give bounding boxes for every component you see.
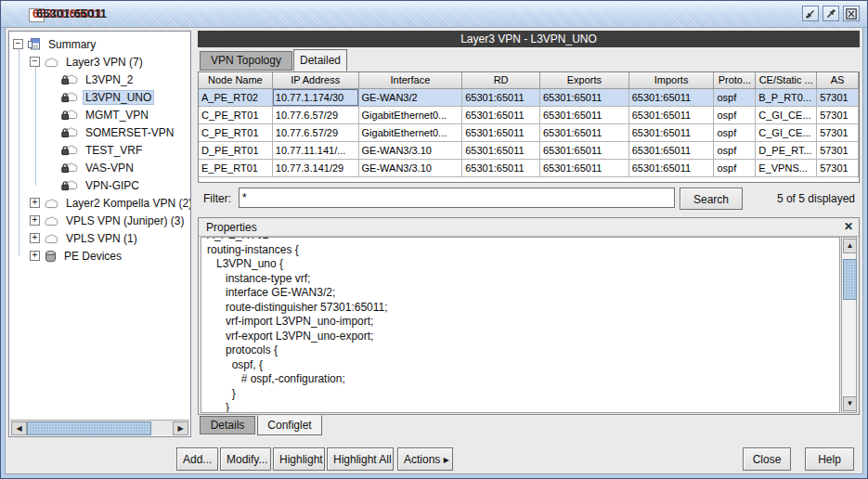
cell-imports: 65301:65011 <box>629 160 715 177</box>
tree-item-layer3-vpn-7[interactable]: −Layer3 VPN (7) <box>9 53 146 71</box>
lock-cloud-icon <box>60 179 79 191</box>
scroll-left-icon[interactable]: ◀ <box>11 421 27 435</box>
tab-configlet[interactable]: Configlet <box>257 415 322 435</box>
cell-as: 57301 <box>817 124 859 142</box>
tree-item-test-vrf[interactable]: TEST_VRF <box>9 141 145 159</box>
tree-item-layer2-kompella-vpn-2[interactable]: +Layer2 Kompella VPN (2) <box>9 194 191 212</box>
tree-horizontal-scrollbar[interactable]: ◀ ▶ <box>10 420 189 435</box>
tree-item-label[interactable]: Layer3 VPN (7) <box>63 55 146 70</box>
tree-item-vpn-gipc[interactable]: VPN-GIPC <box>9 176 142 194</box>
tree-item-label[interactable]: Summary <box>45 37 98 52</box>
scroll-up-icon[interactable]: ▲ <box>843 239 857 253</box>
collapse-icon[interactable]: − <box>13 39 23 49</box>
tree-item-label[interactable]: VPN-GIPC <box>83 178 142 193</box>
tab-detailed[interactable]: Detailed <box>293 49 347 71</box>
scroll-right-icon[interactable]: ▶ <box>173 421 188 435</box>
filter-status: 5 of 5 displayed <box>749 192 855 205</box>
cell-imports: 65301:65011 <box>629 107 715 124</box>
tree-item-mgmt-vpn[interactable]: MGMT_VPN <box>9 106 151 123</box>
properties-scrollbar-thumb[interactable] <box>843 259 857 300</box>
column-header-ip-address[interactable]: IP Address <box>273 72 359 89</box>
panel-header: Layer3 VPN - L3VPN_UNO <box>198 31 860 47</box>
cell-rd: 65301:65011 <box>462 107 540 124</box>
window-controls <box>802 6 860 21</box>
app-window: 65301/65011 65301:65011 ◀ ▶ −Summary−Lay… <box>0 0 868 479</box>
cell-ip-address: 10.77.6.57/29 <box>273 107 359 124</box>
expand-icon[interactable]: + <box>30 251 40 261</box>
column-header-interface[interactable]: Interface <box>359 72 463 89</box>
window-titlebar[interactable]: 65301/65011 65301:65011 <box>1 1 867 28</box>
table-row-e-pe-rt01-4[interactable]: E_PE_RT0110.77.3.141/29GE-WAN3/3.1065301… <box>199 160 859 177</box>
tree-item-vas-vpn[interactable]: VAS-VPN <box>9 159 136 176</box>
scroll-down-icon[interactable]: ▼ <box>843 396 857 411</box>
expand-icon[interactable]: + <box>30 198 40 208</box>
cell-proto: ospf <box>714 124 756 142</box>
tree-item-label[interactable]: VAS-VPN <box>83 161 136 175</box>
column-header-imports[interactable]: Imports <box>629 72 715 89</box>
tree-item-label[interactable]: L3VPN_UNO <box>83 90 154 105</box>
collapse-icon[interactable]: − <box>30 57 40 67</box>
actions-button[interactable]: Actions ▸ <box>397 447 453 471</box>
search-button[interactable]: Search <box>680 188 743 210</box>
column-header-exports[interactable]: Exports <box>540 72 629 89</box>
tree-item-label[interactable]: PE Devices <box>61 249 124 264</box>
cell-exports: 65301:65011 <box>540 89 629 107</box>
table-row-d-pe-rt01-3[interactable]: D_PE_RT0110.77.11.141/...GE-WAN3/3.10653… <box>199 142 859 160</box>
close-button[interactable]: Close <box>743 447 791 471</box>
tree-item-label[interactable]: VPLS VPN (1) <box>63 231 140 246</box>
cell-proto: ospf <box>714 107 756 124</box>
column-header-as[interactable]: AS <box>817 72 859 89</box>
column-header-proto[interactable]: Proto... <box>714 72 756 89</box>
cell-exports: 65301:65011 <box>540 142 629 160</box>
highlight-all-button[interactable]: Highlight All <box>327 447 394 471</box>
cell-ip-address: 10.77.3.141/29 <box>273 160 359 177</box>
tree-item-l3vpn-uno[interactable]: L3VPN_UNO <box>9 88 154 106</box>
database-icon <box>44 250 58 263</box>
vpn-tree[interactable]: ◀ ▶ −Summary−Layer3 VPN (7)L3VPN_2L3VPN_… <box>8 31 191 437</box>
expand-icon[interactable]: + <box>30 215 40 226</box>
tree-item-vpls-vpn-1[interactable]: +VPLS VPN (1) <box>9 229 140 247</box>
tab-vpn-topology[interactable]: VPN Topology <box>200 51 292 71</box>
modify-button[interactable]: Modify... <box>220 447 271 471</box>
vpn-table: Node NameIP AddressInterfaceRDExportsImp… <box>198 71 860 183</box>
tree-item-label[interactable]: L3VPN_2 <box>83 72 136 87</box>
highlight-button[interactable]: Highlight <box>273 447 325 471</box>
maximize-icon[interactable] <box>823 6 839 21</box>
close-icon[interactable] <box>843 6 860 21</box>
tree-item-label[interactable]: VPLS VPN (Juniper) (3) <box>63 214 187 228</box>
tree-item-label[interactable]: Layer2 Kompella VPN (2) <box>63 196 191 211</box>
tree-item-summary[interactable]: −Summary <box>9 35 98 53</box>
tree-item-label[interactable]: SOMERSET-VPN <box>83 125 176 140</box>
column-header-rd[interactable]: RD <box>462 72 540 89</box>
tree-scrollbar-thumb[interactable] <box>27 421 151 435</box>
tree-item-label[interactable]: MGMT_VPN <box>83 108 151 123</box>
minimize-icon[interactable] <box>802 6 819 21</box>
add-button[interactable]: Add... <box>176 447 218 471</box>
cell-ce-static: B_P_RT0... <box>756 89 817 107</box>
lock-cloud-icon <box>60 144 79 156</box>
cell-rd: 65301:65011 <box>462 160 540 177</box>
expand-icon[interactable]: + <box>30 233 40 243</box>
properties-close-icon[interactable]: ✕ <box>844 220 853 233</box>
cell-interface: GigabitEthernet0... <box>359 124 463 142</box>
cell-exports: 65301:65011 <box>540 160 629 177</box>
table-row-a-pe-rt02-0[interactable]: A_PE_RT0210.77.1.174/30GE-WAN3/265301:65… <box>199 89 859 107</box>
cell-proto: ospf <box>714 160 756 177</box>
cloud-icon <box>44 233 59 244</box>
tab-details[interactable]: Details <box>200 416 255 434</box>
column-header-ce-static[interactable]: CE/Static ... <box>756 72 817 89</box>
table-row-c-pe-rt01-2[interactable]: C_PE_RT0110.77.6.57/29GigabitEthernet0..… <box>199 124 859 142</box>
filter-input[interactable] <box>239 188 675 208</box>
cell-interface: GE-WAN3/2 <box>359 89 463 107</box>
properties-scrollbar[interactable]: ▲ ▼ <box>841 237 857 413</box>
lock-cloud-icon <box>60 91 79 103</box>
tree-item-l3vpn-2[interactable]: L3VPN_2 <box>9 71 136 88</box>
help-button[interactable]: Help <box>805 447 854 471</box>
cell-proto: ospf <box>714 89 756 107</box>
tree-item-label[interactable]: TEST_VRF <box>83 143 145 158</box>
tree-item-vpls-vpn-juniper-3[interactable]: +VPLS VPN (Juniper) (3) <box>9 212 187 229</box>
tree-item-pe-devices[interactable]: +PE Devices <box>9 247 124 265</box>
table-row-c-pe-rt01-1[interactable]: C_PE_RT0110.77.6.57/29GigabitEthernet0..… <box>199 107 859 124</box>
tree-item-somerset-vpn[interactable]: SOMERSET-VPN <box>9 123 176 141</box>
column-header-node-name[interactable]: Node Name <box>199 72 273 89</box>
